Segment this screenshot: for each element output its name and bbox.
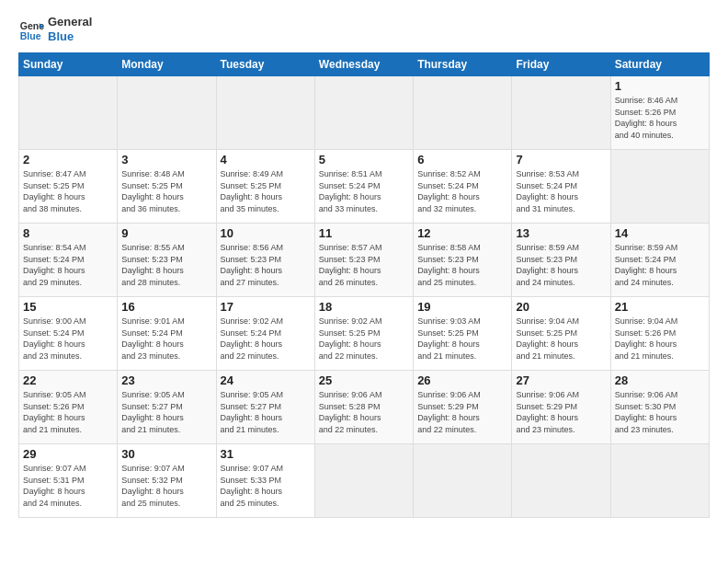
col-header-friday: Friday [512,53,610,76]
calendar-day-10: 10Sunrise: 8:56 AM Sunset: 5:23 PM Dayli… [216,224,314,297]
calendar-day-15: 15Sunrise: 9:00 AM Sunset: 5:24 PM Dayli… [19,297,118,371]
calendar-day-6: 6Sunrise: 8:52 AM Sunset: 5:24 PM Daylig… [414,150,512,224]
calendar-day-19: 19Sunrise: 9:03 AM Sunset: 5:25 PM Dayli… [414,297,512,371]
calendar-week-5: 22Sunrise: 9:05 AM Sunset: 5:26 PM Dayli… [19,371,710,444]
calendar-day-5: 5Sunrise: 8:51 AM Sunset: 5:24 PM Daylig… [314,150,413,224]
logo-icon: General Blue [18,17,44,42]
calendar-day-9: 9Sunrise: 8:55 AM Sunset: 5:23 PM Daylig… [118,224,216,297]
col-header-thursday: Thursday [414,53,512,76]
calendar-header-row: SundayMondayTuesdayWednesdayThursdayFrid… [19,53,710,76]
calendar-day-empty [414,444,512,518]
calendar-day-12: 12Sunrise: 8:58 AM Sunset: 5:23 PM Dayli… [414,224,512,297]
calendar-day-3: 3Sunrise: 8:48 AM Sunset: 5:25 PM Daylig… [118,150,216,224]
calendar-day-23: 23Sunrise: 9:05 AM Sunset: 5:27 PM Dayli… [118,371,216,444]
calendar-table: SundayMondayTuesdayWednesdayThursdayFrid… [18,52,710,518]
calendar-day-18: 18Sunrise: 9:02 AM Sunset: 5:25 PM Dayli… [314,297,413,371]
calendar-day-13: 13Sunrise: 8:59 AM Sunset: 5:23 PM Dayli… [512,224,610,297]
calendar-week-3: 8Sunrise: 8:54 AM Sunset: 5:24 PM Daylig… [19,224,710,297]
calendar-day-empty [19,76,118,150]
col-header-tuesday: Tuesday [216,53,314,76]
calendar-week-6: 29Sunrise: 9:07 AM Sunset: 5:31 PM Dayli… [19,444,710,518]
calendar-day-24: 24Sunrise: 9:05 AM Sunset: 5:27 PM Dayli… [216,371,314,444]
col-header-wednesday: Wednesday [314,53,413,76]
logo: General Blue General Blue [18,15,92,43]
calendar-day-27: 27Sunrise: 9:06 AM Sunset: 5:29 PM Dayli… [512,371,610,444]
calendar-day-21: 21Sunrise: 9:04 AM Sunset: 5:26 PM Dayli… [610,297,709,371]
logo-text-blue: Blue [48,29,92,44]
calendar-day-empty [216,76,314,150]
calendar-week-1: 1Sunrise: 8:46 AM Sunset: 5:26 PM Daylig… [19,76,710,150]
calendar-day-29: 29Sunrise: 9:07 AM Sunset: 5:31 PM Dayli… [19,444,118,518]
col-header-sunday: Sunday [19,53,118,76]
calendar-day-7: 7Sunrise: 8:53 AM Sunset: 5:24 PM Daylig… [512,150,610,224]
calendar-day-empty [118,76,216,150]
calendar-body: 1Sunrise: 8:46 AM Sunset: 5:26 PM Daylig… [19,76,710,518]
calendar-day-empty [610,444,709,518]
calendar-day-11: 11Sunrise: 8:57 AM Sunset: 5:23 PM Dayli… [314,224,413,297]
calendar-page: General Blue General Blue SundayMondayTu… [0,0,728,563]
calendar-day-14: 14Sunrise: 8:59 AM Sunset: 5:24 PM Dayli… [610,224,709,297]
calendar-day-17: 17Sunrise: 9:02 AM Sunset: 5:24 PM Dayli… [216,297,314,371]
calendar-day-empty [512,76,610,150]
svg-text:Blue: Blue [20,29,41,40]
calendar-day-31: 31Sunrise: 9:07 AM Sunset: 5:33 PM Dayli… [216,444,314,518]
calendar-day-26: 26Sunrise: 9:06 AM Sunset: 5:29 PM Dayli… [414,371,512,444]
calendar-day-20: 20Sunrise: 9:04 AM Sunset: 5:25 PM Dayli… [512,297,610,371]
logo-text-general: General [48,15,92,29]
calendar-day-1: 1Sunrise: 8:46 AM Sunset: 5:26 PM Daylig… [610,76,709,150]
calendar-day-22: 22Sunrise: 9:05 AM Sunset: 5:26 PM Dayli… [19,371,118,444]
calendar-day-empty [314,444,413,518]
calendar-week-4: 15Sunrise: 9:00 AM Sunset: 5:24 PM Dayli… [19,297,710,371]
calendar-day-28: 28Sunrise: 9:06 AM Sunset: 5:30 PM Dayli… [610,371,709,444]
calendar-day-25: 25Sunrise: 9:06 AM Sunset: 5:28 PM Dayli… [314,371,413,444]
calendar-day-30: 30Sunrise: 9:07 AM Sunset: 5:32 PM Dayli… [118,444,216,518]
calendar-week-2: 2Sunrise: 8:47 AM Sunset: 5:25 PM Daylig… [19,150,710,224]
calendar-day-8: 8Sunrise: 8:54 AM Sunset: 5:24 PM Daylig… [19,224,118,297]
calendar-day-empty [512,444,610,518]
calendar-day-2: 2Sunrise: 8:47 AM Sunset: 5:25 PM Daylig… [19,150,118,224]
col-header-monday: Monday [118,53,216,76]
calendar-day-empty [314,76,413,150]
calendar-day-16: 16Sunrise: 9:01 AM Sunset: 5:24 PM Dayli… [118,297,216,371]
calendar-day-empty [414,76,512,150]
calendar-day-4: 4Sunrise: 8:49 AM Sunset: 5:25 PM Daylig… [216,150,314,224]
col-header-saturday: Saturday [610,53,709,76]
page-header: General Blue General Blue [18,15,710,43]
calendar-day-empty [610,150,709,224]
